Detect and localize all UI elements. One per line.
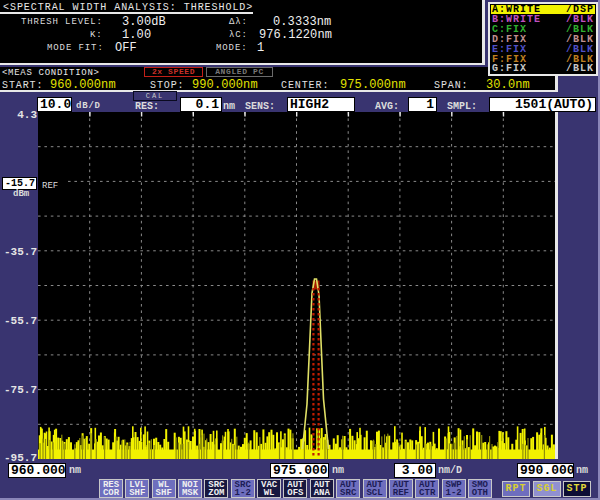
svg-text:REF: REF xyxy=(42,181,58,191)
